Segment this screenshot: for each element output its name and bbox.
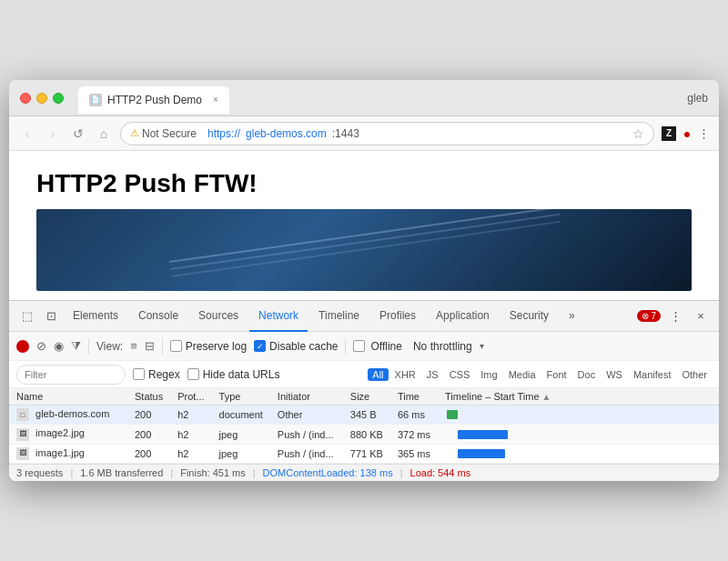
security-indicator: ⚠ Not Secure xyxy=(130,127,197,140)
cell-name: 🖼 image2.jpg xyxy=(9,425,127,444)
browser-tab[interactable]: 📄 HTTP2 Push Demo × xyxy=(78,86,229,114)
hide-data-checkbox[interactable] xyxy=(187,368,199,380)
throttle-select[interactable]: No throttling xyxy=(413,340,472,353)
table-row[interactable]: 🖼 image1.jpg 200 h2 jpeg Push / (ind... … xyxy=(9,444,719,463)
url-host: gleb-demos.com xyxy=(246,127,327,140)
filter-type-xhr[interactable]: XHR xyxy=(390,368,420,381)
table-row[interactable]: □ gleb-demos.com 200 h2 document Other 3… xyxy=(9,406,719,425)
filter-type-img[interactable]: Img xyxy=(476,368,501,381)
col-header-protocol: Prot... xyxy=(170,388,211,406)
disable-cache-option[interactable]: ✓ Disable cache xyxy=(254,340,338,353)
col-header-name: Name xyxy=(9,388,127,406)
filter-type-js[interactable]: JS xyxy=(422,368,443,381)
regex-checkbox[interactable] xyxy=(133,368,145,380)
col-header-type: Type xyxy=(212,388,270,406)
tab-elements[interactable]: Elements xyxy=(64,301,127,332)
browser-window: 📄 HTTP2 Push Demo × gleb ‹ › ↺ ⌂ ⚠ Not S… xyxy=(9,80,719,480)
filter-type-doc[interactable]: Doc xyxy=(573,368,601,381)
page-content: HTTP2 Push FTW! xyxy=(9,151,719,300)
toolbar-separator-3 xyxy=(345,338,346,355)
file-icon: 🖼 xyxy=(16,447,29,460)
close-button[interactable] xyxy=(20,93,31,104)
offline-label: Offline xyxy=(370,340,401,353)
cell-name: □ gleb-demos.com xyxy=(9,406,127,425)
back-button[interactable]: ‹ xyxy=(18,125,36,143)
tab-more[interactable]: » xyxy=(560,301,584,332)
filter-types: All XHR JS CSS Img Media Font Doc WS Man… xyxy=(368,368,712,381)
filter-type-all[interactable]: All xyxy=(368,368,388,381)
preserve-log-label: Preserve log xyxy=(186,340,247,353)
devtools-tab-bar: ⬚ ⊡ Elements Console Sources Network Tim… xyxy=(9,301,719,332)
cell-timeline xyxy=(438,444,719,463)
cell-protocol: h2 xyxy=(170,406,211,425)
col-header-initiator: Initiator xyxy=(270,388,343,406)
list-view-icon[interactable]: ≡ xyxy=(130,339,137,353)
tab-timeline[interactable]: Timeline xyxy=(309,301,369,332)
tab-profiles[interactable]: Profiles xyxy=(370,301,425,332)
filter-input[interactable] xyxy=(16,365,126,385)
hero-image xyxy=(36,209,692,291)
address-bar: ‹ › ↺ ⌂ ⚠ Not Secure https://gleb-demos.… xyxy=(9,116,719,151)
filter-type-font[interactable]: Font xyxy=(542,368,571,381)
tab-close-button[interactable]: × xyxy=(213,95,218,105)
filter-type-css[interactable]: CSS xyxy=(445,368,475,381)
cell-name: 🖼 image1.jpg xyxy=(9,444,127,463)
finish-time: Finish: 451 ms xyxy=(180,467,246,478)
offline-checkbox[interactable] xyxy=(353,340,365,352)
filter-type-other[interactable]: Other xyxy=(677,368,712,381)
cell-protocol: h2 xyxy=(170,444,211,463)
tab-security[interactable]: Security xyxy=(500,301,558,332)
detail-view-icon[interactable]: ⊟ xyxy=(145,339,155,353)
filter-type-manifest[interactable]: Manifest xyxy=(629,368,676,381)
network-table: Name Status Prot... Type Initiator Size … xyxy=(9,388,719,463)
home-button[interactable]: ⌂ xyxy=(95,125,113,143)
transferred-size: 1.6 MB transferred xyxy=(80,467,163,478)
zotero-extension[interactable]: Z xyxy=(662,126,676,141)
camera-button[interactable]: ◉ xyxy=(54,339,64,353)
cell-type: jpeg xyxy=(212,425,270,444)
devtools-more-icon[interactable]: ⋮ xyxy=(664,306,686,327)
maximize-button[interactable] xyxy=(53,93,64,104)
tab-sources[interactable]: Sources xyxy=(189,301,248,332)
devtools-toggle-icon[interactable]: ⬚ xyxy=(16,306,38,327)
toolbar-separator-2 xyxy=(162,338,163,355)
hide-data-option[interactable]: Hide data URLs xyxy=(187,368,280,381)
devtools-close-icon[interactable]: × xyxy=(690,306,712,327)
warning-icon: ⚠ xyxy=(130,127,139,139)
minimize-button[interactable] xyxy=(36,93,47,104)
cell-initiator: Push / (ind... xyxy=(270,425,343,444)
tab-application[interactable]: Application xyxy=(427,301,499,332)
browser-menu-icon[interactable]: ⋮ xyxy=(698,126,710,140)
error-badge: ⊗ 7 xyxy=(637,310,661,322)
bookmark-icon[interactable]: ☆ xyxy=(632,126,644,141)
filter-type-ws[interactable]: WS xyxy=(602,368,627,381)
cell-type: jpeg xyxy=(212,444,270,463)
url-bar[interactable]: ⚠ Not Secure https://gleb-demos.com:1443… xyxy=(120,122,654,145)
requests-count: 3 requests xyxy=(16,467,63,478)
preserve-log-checkbox[interactable] xyxy=(170,340,182,352)
disable-cache-checkbox[interactable]: ✓ xyxy=(254,340,266,352)
reload-button[interactable]: ↺ xyxy=(69,125,87,143)
table-row[interactable]: 🖼 image2.jpg 200 h2 jpeg Push / (ind... … xyxy=(9,425,719,444)
offline-option: Offline xyxy=(353,340,401,353)
cell-protocol: h2 xyxy=(170,425,211,444)
url-prefix: https:// xyxy=(207,127,240,140)
opera-extension[interactable]: ● xyxy=(680,126,694,141)
filter-button[interactable]: ⧩ xyxy=(71,339,81,354)
filter-type-media[interactable]: Media xyxy=(504,368,541,381)
cell-time: 365 ms xyxy=(390,444,438,463)
forward-button[interactable]: › xyxy=(44,125,62,143)
tab-network[interactable]: Network xyxy=(249,301,308,332)
network-table-wrapper: Name Status Prot... Type Initiator Size … xyxy=(9,388,719,463)
sort-arrow: ▲ xyxy=(542,392,551,402)
devtools-drawer-icon[interactable]: ⊡ xyxy=(40,306,62,327)
traffic-lights xyxy=(20,93,64,104)
preserve-log-option[interactable]: Preserve log xyxy=(170,340,247,353)
cell-size: 345 B xyxy=(343,406,390,425)
tab-console[interactable]: Console xyxy=(129,301,187,332)
regex-option[interactable]: Regex xyxy=(133,368,180,381)
col-header-size: Size xyxy=(343,388,390,406)
toolbar-separator-1 xyxy=(88,338,89,355)
stop-button[interactable]: ⊘ xyxy=(36,339,46,353)
record-button[interactable] xyxy=(16,340,29,353)
